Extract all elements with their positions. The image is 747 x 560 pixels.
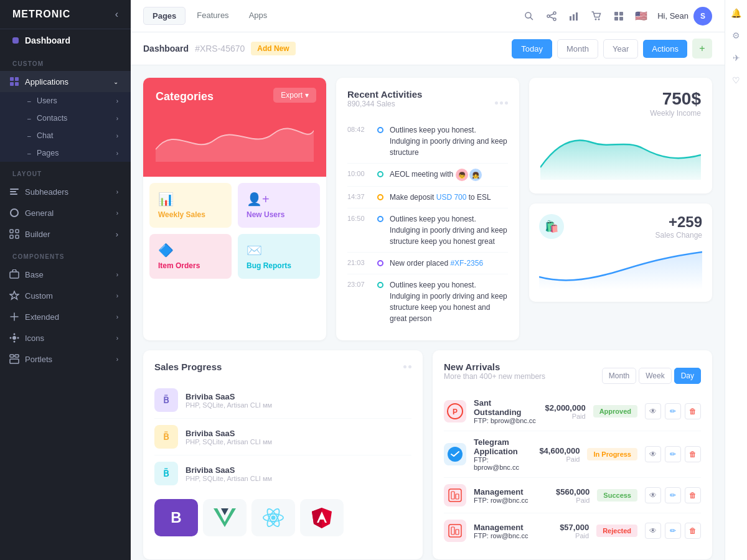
stats-column: 750$ Weekly Income xyxy=(529,78,712,340)
delete-button[interactable]: 🗑 xyxy=(685,487,701,503)
month-button[interactable]: Month xyxy=(557,39,598,58)
svg-rect-6 xyxy=(10,194,17,195)
bar-chart-icon: 📊 xyxy=(158,192,223,207)
user-menu[interactable]: Hi, Sean S xyxy=(657,7,712,26)
new-arrivals-card: New Arrivals More than 400+ new members … xyxy=(433,350,712,559)
tile-weekly-sales[interactable]: 📊 Weekly Sales xyxy=(149,183,232,228)
activities-menu[interactable] xyxy=(495,101,508,105)
custom-label: Custom xyxy=(25,291,53,301)
sp-menu[interactable] xyxy=(403,365,411,368)
right-sidebar: 🔔 ⚙ ✈ ♡ xyxy=(725,0,747,560)
today-button[interactable]: Today xyxy=(512,39,552,58)
svg-point-13 xyxy=(12,336,16,340)
sidebar-item-portlets[interactable]: Portlets › xyxy=(0,348,131,370)
sp-title: Sales Progress xyxy=(154,362,222,372)
sidebar-item-pages[interactable]: – Pages › xyxy=(0,144,131,162)
cart-icon[interactable] xyxy=(590,10,603,22)
breadcrumb-id: #XRS-45670 xyxy=(195,44,245,54)
sidebar-item-custom[interactable]: Custom › xyxy=(0,285,131,306)
tile-item-orders[interactable]: 🔷 Item Orders xyxy=(149,234,232,279)
contacts-arrow-icon: › xyxy=(116,115,118,122)
bootstrap-icon: B xyxy=(154,499,198,536)
sidebar-section-layout: LAYOUT xyxy=(0,162,131,181)
tile-bug-reports[interactable]: ✉️ Bug Reports xyxy=(238,234,320,279)
grid-icon[interactable] xyxy=(613,10,625,22)
sidebar-item-applications[interactable]: Applications ⌄ xyxy=(0,71,131,92)
svg-point-28 xyxy=(595,18,597,20)
sidebar-item-icons[interactable]: Icons › xyxy=(0,327,131,348)
sidebar-item-extended[interactable]: Extended › xyxy=(0,306,131,327)
delete-button[interactable]: 🗑 xyxy=(685,523,701,539)
svg-rect-49 xyxy=(451,527,454,534)
sidebar-item-users[interactable]: – Users › xyxy=(0,92,131,110)
chart-icon[interactable] xyxy=(568,10,580,22)
svg-rect-46 xyxy=(451,492,454,499)
add-new-button[interactable]: Add New xyxy=(251,42,295,55)
builder-arrow-icon: › xyxy=(116,230,118,239)
arrival-actions: 👁 ✏ 🗑 xyxy=(645,403,701,419)
svg-text:P: P xyxy=(453,408,458,416)
sidebar-item-contacts[interactable]: – Contacts › xyxy=(0,110,131,127)
page-actions: Today Month Year Actions + xyxy=(512,39,712,58)
week-tab[interactable]: Week xyxy=(639,368,671,384)
tile-new-users[interactable]: 👤+ New Users xyxy=(238,183,320,228)
svg-rect-31 xyxy=(619,12,623,16)
base-arrow-icon: › xyxy=(116,271,118,278)
nav-link-apps[interactable]: Apps xyxy=(240,7,276,25)
heart-icon[interactable]: ♡ xyxy=(730,73,743,87)
view-button[interactable]: 👁 xyxy=(645,487,661,503)
edit-button[interactable]: ✏ xyxy=(665,487,681,503)
activity-dot xyxy=(377,171,383,177)
edit-button[interactable]: ✏ xyxy=(665,446,681,462)
arrival-ftp: FTP: row@bnc.cc xyxy=(474,497,548,504)
nav-link-features[interactable]: Features xyxy=(188,7,237,25)
breadcrumb-main: Dashboard xyxy=(143,44,189,54)
plus-button[interactable]: + xyxy=(692,39,712,58)
send-icon[interactable]: ✈ xyxy=(730,51,743,65)
svg-rect-0 xyxy=(10,77,14,81)
delete-button[interactable]: 🗑 xyxy=(685,403,701,419)
sp-avatar: B̈ xyxy=(154,425,178,449)
day-tab[interactable]: Day xyxy=(674,368,701,384)
flag-icon[interactable]: 🇺🇸 xyxy=(635,10,647,22)
arrival-row: Management FTP: row@bnc.cc $560,000 Paid… xyxy=(444,478,701,513)
nav-link-pages[interactable]: Pages xyxy=(143,7,186,25)
arrival-ftp: FTP: bprow@bnc.cc xyxy=(474,417,538,424)
applications-label: Applications xyxy=(25,77,68,86)
notification-icon[interactable]: 🔔 xyxy=(730,6,743,20)
share-icon[interactable] xyxy=(545,10,558,22)
sidebar-item-base[interactable]: Base › xyxy=(0,264,131,285)
sp-header: Sales Progress xyxy=(154,362,411,372)
sidebar-dashboard[interactable]: Dashboard xyxy=(0,29,131,52)
view-button[interactable]: 👁 xyxy=(645,403,661,419)
view-button[interactable]: 👁 xyxy=(645,446,661,462)
edit-button[interactable]: ✏ xyxy=(665,523,681,539)
svg-rect-32 xyxy=(614,17,618,21)
sidebar-item-builder[interactable]: Builder › xyxy=(0,223,131,245)
year-button[interactable]: Year xyxy=(603,39,638,58)
export-button[interactable]: Export ▾ xyxy=(273,88,316,103)
svg-rect-18 xyxy=(10,355,14,357)
actions-button[interactable]: Actions xyxy=(643,40,687,58)
edit-button[interactable]: ✏ xyxy=(665,403,681,419)
sidebar-item-chat[interactable]: – Chat › xyxy=(0,127,131,144)
user-greeting: Hi, Sean xyxy=(657,11,688,21)
activity-item: 23:07 Outlines keep you honest. Indulgin… xyxy=(347,274,508,329)
activity-time: 16:50 xyxy=(347,213,371,222)
search-icon[interactable] xyxy=(523,10,535,22)
delete-button[interactable]: 🗑 xyxy=(685,446,701,462)
sidebar-item-subheaders[interactable]: Subheaders › xyxy=(0,181,131,202)
view-button[interactable]: 👁 xyxy=(645,523,661,539)
svg-rect-8 xyxy=(10,230,13,233)
month-tab[interactable]: Month xyxy=(602,368,636,384)
settings-icon[interactable]: ⚙ xyxy=(730,29,743,42)
activity-text: Outlines keep you honest. Indulging in p… xyxy=(390,213,508,247)
sidebar-collapse-icon[interactable]: ‹ xyxy=(115,9,118,20)
svg-rect-48 xyxy=(449,525,461,537)
sidebar-item-general[interactable]: General › xyxy=(0,202,131,223)
activity-time: 14:37 xyxy=(347,192,371,200)
arrival-price: $57,000 xyxy=(560,523,589,532)
svg-point-34 xyxy=(271,516,276,520)
arrival-row: Telegram Application FTP: bprow@bnc.cc $… xyxy=(444,431,701,478)
icons-label: Icons xyxy=(25,334,44,343)
